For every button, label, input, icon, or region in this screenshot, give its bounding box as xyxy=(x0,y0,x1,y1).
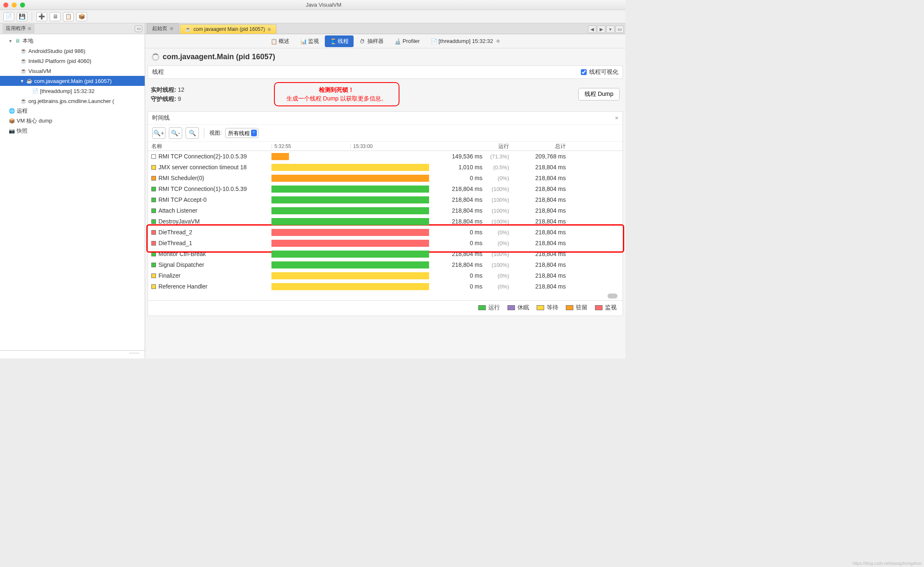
add-core-button[interactable]: 📦 xyxy=(76,12,87,21)
thread-row[interactable]: RMI TCP Connection(1)-10.0.5.39218,804 m… xyxy=(148,183,623,194)
col-run-header[interactable]: 运行 xyxy=(429,143,512,150)
thread-row[interactable]: DestroyJavaVM218,804 ms(100%)218,804 ms xyxy=(148,216,623,227)
tree-node-local[interactable]: ▼🖥本地 xyxy=(0,36,145,46)
col-total-header[interactable]: 总计 xyxy=(512,143,571,150)
tree-node-snapshot[interactable]: 📷快照 xyxy=(0,126,145,136)
sidebar-minimize-button[interactable]: ▭ xyxy=(135,25,142,32)
tree-node-main[interactable]: ▼☕com.javaagent.Main (pid 16057) xyxy=(0,76,145,86)
subtab-profiler[interactable]: 🔬Profiler xyxy=(389,36,424,46)
process-header: com.javaagent.Main (pid 16057) xyxy=(145,48,625,65)
timeline-bar xyxy=(271,196,429,203)
run-time: 0 ms xyxy=(470,283,482,290)
tree-node-launcher[interactable]: ☕org.jetbrains.jps.cmdline.Launcher ( xyxy=(0,96,145,106)
thread-row[interactable]: RMI Scheduler(0)0 ms(0%)218,804 ms xyxy=(148,173,623,183)
thread-row[interactable]: Reference Handler0 ms(0%)218,804 ms xyxy=(148,281,623,292)
coredump-icon: 📦 xyxy=(8,118,15,124)
window-title: Java VisualVM xyxy=(25,2,622,8)
subtab-threads[interactable]: 🧵线程 xyxy=(325,35,354,47)
total-time: 209,768 ms xyxy=(512,153,571,160)
thread-row[interactable]: Finalizer0 ms(0%)218,804 ms xyxy=(148,270,623,281)
legend-running: 运行 xyxy=(478,304,500,311)
run-pct: (100%) xyxy=(486,218,509,225)
thread-row[interactable]: RMI TCP Connection(2)-10.0.5.39149,536 m… xyxy=(148,151,623,162)
subtab-sampler[interactable]: ⏱抽样器 xyxy=(354,35,389,47)
close-icon[interactable]: ⊗ xyxy=(170,26,173,31)
thread-row[interactable]: RMI TCP Accept-0218,804 ms(100%)218,804 … xyxy=(148,194,623,205)
sidebar-tab-header: 应用程序 ⊗ ▭ xyxy=(0,23,145,34)
tree-node-remote[interactable]: 🌐远程 xyxy=(0,106,145,116)
view-select[interactable]: 所有线程 xyxy=(225,128,259,138)
thread-name: Monitor Ctrl-Break xyxy=(158,251,206,257)
add-snapshot-button[interactable]: 📋 xyxy=(63,12,74,21)
scroll-thumb[interactable] xyxy=(608,294,618,299)
zoom-out-button[interactable]: 🔍- xyxy=(169,127,182,139)
thread-row[interactable]: Monitor Ctrl-Break218,804 ms(100%)218,80… xyxy=(148,248,623,259)
separator xyxy=(204,128,204,138)
tree-node-intellij[interactable]: ☕IntelliJ Platform (pid 4060) xyxy=(0,56,145,66)
tab-list-button[interactable]: ▾ xyxy=(606,25,615,33)
maximize-icon[interactable] xyxy=(20,3,25,8)
state-icon xyxy=(151,208,156,213)
run-time: 149,536 ms xyxy=(452,153,482,160)
java-icon: ☕ xyxy=(185,27,191,32)
minimize-icon[interactable] xyxy=(12,3,17,8)
close-icon[interactable] xyxy=(3,3,8,8)
subtab-overview[interactable]: 📋概述 xyxy=(266,35,294,47)
content-area: 起始页⊗ ☕com javaagent Main (pid 16057)⊗ ◀ … xyxy=(145,23,625,359)
legend-sleeping: 休眠 xyxy=(507,304,529,311)
visualize-checkbox[interactable] xyxy=(581,69,587,75)
thread-row[interactable]: Signal Dispatcher218,804 ms(100%)218,804… xyxy=(148,259,623,270)
tab-prev-button[interactable]: ◀ xyxy=(588,25,596,33)
thread-row[interactable]: JMX server connection timeout 181,010 ms… xyxy=(148,162,623,173)
horizontal-scrollbar[interactable] xyxy=(148,293,623,299)
tree-node-androidstudio[interactable]: ☕AndroidStudio (pid 986) xyxy=(0,46,145,56)
zoom-in-button[interactable]: 🔍+ xyxy=(152,127,166,139)
timeline-panel: 时间线 × 🔍+ 🔍- 🔍 视图: 所有线程 名称 5:32:55 15:33:… xyxy=(148,111,623,301)
tree-node-visualvm[interactable]: ☕VisualVM xyxy=(0,66,145,76)
col-name-header[interactable]: 名称 xyxy=(148,143,271,150)
tab-main-process[interactable]: ☕com javaagent Main (pid 16057)⊗ xyxy=(180,24,276,34)
thread-row[interactable]: DieThread_20 ms(0%)218,804 ms xyxy=(148,227,623,238)
timeline-bar xyxy=(271,272,429,279)
tab-max-button[interactable]: ▭ xyxy=(615,25,624,33)
zoom-fit-button[interactable]: 🔍 xyxy=(186,127,199,139)
timeline-bar xyxy=(271,186,429,193)
total-time: 218,804 ms xyxy=(512,272,571,279)
timeline-bar xyxy=(271,240,429,247)
sidebar-tab-applications[interactable]: 应用程序 ⊗ xyxy=(3,24,35,33)
sidebar: 应用程序 ⊗ ▭ ▼🖥本地 ☕AndroidStudio (pid 986) ☕… xyxy=(0,23,145,359)
subtab-threaddump[interactable]: 📄[threaddump] 15:32:32⊗ xyxy=(426,36,505,46)
sidebar-tab-label: 应用程序 xyxy=(6,25,26,32)
run-time: 0 ms xyxy=(470,229,482,236)
run-pct: (0%) xyxy=(486,175,509,181)
timeline-close-button[interactable]: × xyxy=(615,115,618,121)
application-tree[interactable]: ▼🖥本地 ☕AndroidStudio (pid 986) ☕IntelliJ … xyxy=(0,34,145,350)
close-icon[interactable]: ⊗ xyxy=(28,26,31,31)
run-time: 218,804 ms xyxy=(452,261,482,268)
total-time: 218,804 ms xyxy=(512,164,571,171)
open-file-button[interactable]: 📄 xyxy=(3,12,14,21)
thread-name: DieThread_2 xyxy=(158,229,192,236)
total-time: 218,804 ms xyxy=(512,251,571,257)
thread-row[interactable]: DieThread_10 ms(0%)218,804 ms xyxy=(148,238,623,248)
close-icon[interactable]: ⊗ xyxy=(496,38,500,44)
close-icon[interactable]: ⊗ xyxy=(267,27,271,32)
tab-next-button[interactable]: ▶ xyxy=(597,25,605,33)
tab-start[interactable]: 起始页⊗ xyxy=(147,23,179,34)
thread-dump-button[interactable]: 线程 Dump xyxy=(578,88,620,100)
sidebar-resize-handle[interactable] xyxy=(0,350,145,359)
add-jmx-button[interactable]: ➕ xyxy=(36,12,47,21)
tree-node-threaddump[interactable]: 📄[threaddump] 15:32:32 xyxy=(0,86,145,96)
snapshot-icon: 📷 xyxy=(8,128,15,134)
window-controls[interactable] xyxy=(3,3,25,8)
timeline-bar xyxy=(271,251,429,258)
tree-node-coredump[interactable]: 📦VM 核心 dump xyxy=(0,116,145,126)
run-time: 1,010 ms xyxy=(458,164,482,171)
thread-row[interactable]: Attach Listener218,804 ms(100%)218,804 m… xyxy=(148,205,623,216)
threads-icon: 🧵 xyxy=(330,38,336,44)
thread-name: RMI TCP Connection(2)-10.0.5.39 xyxy=(158,153,247,160)
subtab-monitor[interactable]: 📊监视 xyxy=(295,35,324,47)
run-time: 218,804 ms xyxy=(452,218,482,225)
add-host-button[interactable]: 🖥 xyxy=(50,12,60,21)
save-button[interactable]: 💾 xyxy=(17,12,28,21)
